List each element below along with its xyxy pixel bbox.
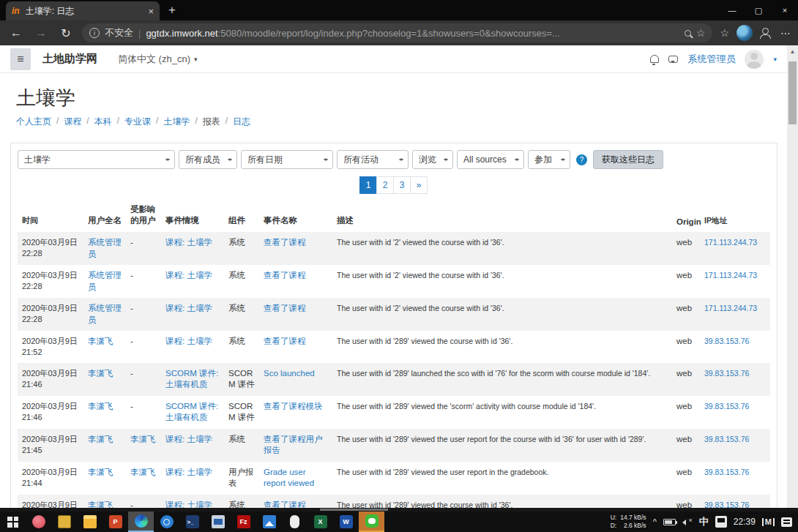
get-logs-button[interactable]: 获取这些日志	[593, 150, 663, 169]
cell-event-context-link[interactable]: 课程: 土壤学	[161, 429, 224, 462]
browser-profile-avatar[interactable]	[737, 25, 753, 41]
close-button[interactable]: ×	[772, 0, 798, 20]
vertical-scrollbar[interactable]: ▲	[787, 45, 798, 508]
horizontal-scrollbar-thumb[interactable]	[320, 509, 388, 511]
powershell-taskbar-icon[interactable]: >_	[179, 512, 205, 532]
minimize-button[interactable]: —	[719, 0, 745, 20]
ppt-taskbar-icon[interactable]: P	[102, 512, 128, 532]
cell-user-link[interactable]: 李潇飞	[83, 429, 126, 462]
cell-event-context-link[interactable]: 课程: 土壤学	[161, 495, 224, 508]
filezilla-taskbar-icon[interactable]: Fz	[231, 512, 256, 532]
cell-ip-link[interactable]: 39.83.153.76	[700, 396, 770, 429]
edulevel-filter-select[interactable]: 参加	[528, 150, 570, 169]
breadcrumb-item[interactable]: 日志	[233, 116, 250, 128]
messages-chat-icon[interactable]	[668, 56, 678, 63]
cell-user-link[interactable]: 李潇飞	[83, 495, 126, 508]
cell-ip-link[interactable]: 39.83.153.76	[700, 495, 770, 508]
cell-user-link[interactable]: 李潇飞	[83, 462, 126, 495]
cell-ip-link[interactable]: 171.113.244.73	[700, 265, 770, 298]
cell-event-name-link[interactable]: 查看了课程	[259, 331, 332, 363]
vertical-scrollbar-thumb[interactable]	[788, 61, 797, 124]
sources-filter-select[interactable]: All sources	[457, 150, 524, 169]
refresh-icon[interactable]: ↻	[57, 26, 75, 40]
cell-ip-link[interactable]: 171.113.244.73	[700, 232, 770, 265]
excel-taskbar-icon[interactable]: X	[307, 512, 333, 532]
notifications-bell-icon[interactable]	[650, 55, 659, 63]
forward-icon[interactable]: →	[32, 26, 50, 40]
search-taskbar-icon[interactable]	[154, 512, 179, 532]
maximize-button[interactable]: ▢	[745, 0, 772, 20]
action-center-icon[interactable]	[781, 517, 792, 527]
media-taskbar-icon[interactable]	[26, 512, 51, 532]
info-icon[interactable]: i	[89, 28, 100, 38]
cell-event-context-link[interactable]: SCORM 课件: 土壤有机质	[161, 363, 224, 396]
cell-user-link[interactable]: 李潇飞	[83, 363, 126, 396]
page-button-2[interactable]: 2	[376, 176, 394, 194]
volume-muted-icon[interactable]: ×	[682, 518, 693, 526]
hamburger-menu-icon[interactable]: ≡	[10, 48, 31, 70]
cell-user-link[interactable]: 系统管理员	[83, 265, 126, 298]
new-tab-button[interactable]: +	[168, 3, 176, 18]
cell-user-link[interactable]: 系统管理员	[83, 298, 126, 331]
bookmark-star-icon[interactable]: ☆	[696, 27, 706, 39]
breadcrumb-item[interactable]: 课程	[64, 116, 81, 128]
cell-event-name-link[interactable]: 查看了课程用户报告	[259, 429, 332, 462]
favorites-bar-icon[interactable]: ☆	[720, 27, 729, 39]
utility-taskbar-icon[interactable]	[282, 512, 307, 532]
user-avatar[interactable]	[745, 50, 764, 69]
cell-user-link[interactable]: 李潇飞	[83, 331, 126, 363]
logged-in-username[interactable]: 系统管理员	[687, 53, 735, 66]
help-icon[interactable]: ?	[576, 154, 587, 165]
breadcrumb-item[interactable]: 专业课	[124, 116, 151, 128]
cell-affected-user-link[interactable]: 李潇飞	[126, 462, 161, 495]
course-filter-select[interactable]: 土壤学	[18, 150, 175, 169]
cell-event-name-link[interactable]: 查看了课程模块	[259, 396, 332, 429]
actions-filter-select[interactable]: 浏览	[412, 150, 453, 169]
m-tray-icon[interactable]: M	[762, 518, 775, 526]
participants-filter-select[interactable]: 所有成员	[179, 150, 237, 169]
cell-user-link[interactable]: 系统管理员	[83, 232, 126, 265]
cell-ip-link[interactable]: 39.83.153.76	[700, 462, 770, 495]
edge-taskbar-icon[interactable]	[128, 512, 154, 532]
cell-event-context-link[interactable]: 课程: 土壤学	[161, 331, 224, 363]
site-name[interactable]: 土地助学网	[42, 52, 97, 66]
cell-event-context-link[interactable]: 课程: 土壤学	[161, 232, 224, 265]
taskbar-clock[interactable]: 22:39	[734, 517, 756, 527]
cell-ip-link[interactable]: 39.83.153.76	[700, 363, 770, 396]
cell-event-name-link[interactable]: 查看了课程	[259, 232, 332, 265]
scroll-up-arrow-icon[interactable]: ▲	[787, 45, 798, 55]
word-taskbar-icon[interactable]: W	[333, 512, 359, 532]
cell-ip-link[interactable]: 39.83.153.76	[700, 331, 770, 363]
language-selector[interactable]: 简体中文 (zh_cn) ▾	[118, 53, 198, 66]
photos-taskbar-icon[interactable]	[256, 512, 282, 532]
cell-event-name-link[interactable]: Grade user report viewed	[259, 462, 332, 495]
activities-filter-select[interactable]: 所有活动	[337, 150, 409, 169]
breadcrumb-item[interactable]: 土壤学	[163, 116, 190, 128]
breadcrumb-item[interactable]: 本科	[94, 116, 112, 128]
search-icon[interactable]	[685, 30, 691, 37]
cell-event-context-link[interactable]: SCORM 课件: 土壤有机质	[161, 396, 224, 429]
breadcrumb-item[interactable]: 个人主页	[16, 116, 51, 128]
cell-event-name-link[interactable]: 查看了课程	[259, 298, 332, 331]
browser-tab[interactable]: in 土壤学: 日志 ×	[6, 1, 160, 20]
cell-event-context-link[interactable]: 课程: 土壤学	[161, 298, 224, 331]
ime-toolbar-icon[interactable]	[715, 516, 727, 528]
page-button-3[interactable]: 3	[393, 176, 411, 194]
date-filter-select[interactable]: 所有日期	[241, 150, 333, 169]
cell-event-context-link[interactable]: 课程: 土壤学	[161, 462, 224, 495]
cell-ip-link[interactable]: 171.113.244.73	[700, 298, 770, 331]
wechat-taskbar-icon[interactable]	[359, 512, 384, 532]
cell-affected-user-link[interactable]: 李潇飞	[126, 429, 161, 462]
page-button-1[interactable]: 1	[359, 176, 377, 194]
cell-ip-link[interactable]: 39.83.153.76	[700, 429, 770, 462]
address-bar[interactable]: i 不安全 | ggtdx.imwork.net:5080/moodle/rep…	[82, 23, 712, 42]
back-icon[interactable]: ←	[7, 26, 25, 40]
page-button-next[interactable]: »	[410, 176, 428, 194]
remote-taskbar-icon[interactable]	[205, 512, 231, 532]
explorer-taskbar-icon[interactable]	[77, 512, 102, 532]
cell-event-name-link[interactable]: 查看了课程	[259, 265, 332, 298]
start-taskbar-icon[interactable]	[0, 512, 26, 532]
cell-user-link[interactable]: 李潇飞	[83, 396, 126, 429]
share-person-icon[interactable]	[760, 27, 773, 39]
horizontal-scrollbar[interactable]	[0, 508, 798, 512]
